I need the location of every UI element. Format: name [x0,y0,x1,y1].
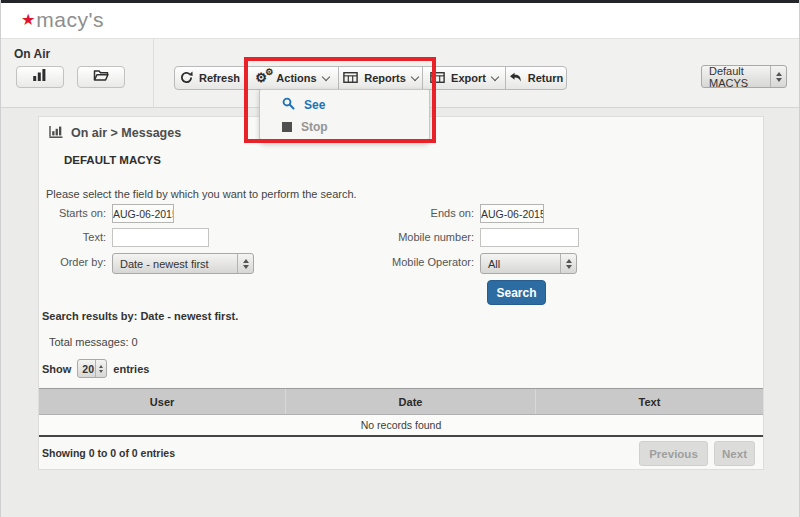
mobile-operator-select[interactable]: All [480,253,577,274]
star-icon: ★ [21,12,35,28]
folder-button[interactable] [77,66,125,88]
bar-chart-icon [49,125,64,141]
next-button[interactable]: Next [714,441,755,466]
actions-dropdown-menu: See Stop [259,89,430,143]
mobile-operator-label: Mobile Operator: [339,256,474,268]
menu-item-stop[interactable]: Stop [260,116,429,138]
mobile-operator-select-value: All [488,258,500,270]
select-stepper-icon [95,360,106,377]
menu-item-see[interactable]: See [260,94,429,116]
section-label: On Air [14,47,50,61]
select-stepper-icon [770,66,786,87]
mobile-number-input[interactable] [480,228,579,247]
ends-on-input[interactable] [480,204,544,223]
page-size-select[interactable]: 20 [77,359,107,378]
select-stepper-icon [237,254,253,273]
search-button[interactable]: Search [487,280,546,305]
column-header-date[interactable]: Date [285,389,535,414]
search-instruction: Please select the field by which you wan… [46,188,357,200]
export-label: Export [451,72,486,84]
gears-icon: ⚙⚙ [255,71,270,85]
report-table-icon [343,72,358,85]
chevron-down-icon [491,72,499,80]
pagination-info: Showing 0 to 0 of 0 entries [42,447,175,459]
breadcrumb: On air > Messages [49,125,181,141]
results-table: User Date Text No records found [39,388,763,437]
refresh-button[interactable]: Refresh [174,66,246,90]
refresh-label: Refresh [199,72,240,84]
brand-header: ★ macy's [1,3,799,38]
actions-label: Actions [276,72,316,84]
chevron-down-icon [321,72,329,80]
text-input[interactable] [112,228,209,247]
starts-on-label: Starts on: [39,207,106,219]
reports-button[interactable]: Reports [338,66,423,90]
export-table-icon [430,72,445,85]
app-window: ★ macy's On Air [0,0,800,517]
content-panel: On air > Messages DEFAULT MACYS Please s… [38,116,764,470]
workspace-select[interactable]: Default MACYS [701,65,787,88]
empty-table-row: No records found [39,415,763,437]
actions-button[interactable]: ⚙⚙ Actions [245,66,339,90]
menu-item-see-label: See [304,98,325,112]
ends-on-label: Ends on: [339,207,474,219]
breadcrumb-text: On air > Messages [71,126,181,140]
export-button[interactable]: Export [422,66,506,90]
page-size-value: 20 [82,363,94,375]
macys-logo: ★ macy's [21,8,104,32]
search-icon [282,97,295,113]
table-header-row: User Date Text [39,388,763,415]
text-label: Text: [39,231,106,243]
order-by-select-value: Date - newest first [120,258,209,270]
return-button[interactable]: Return [505,66,567,90]
bar-chart-icon [32,68,48,86]
search-results-summary: Search results by: Date - newest first. [42,310,238,322]
total-messages: Total messages: 0 [49,336,138,348]
logo-text: macy's [36,8,104,32]
select-stepper-icon [560,254,576,273]
page-title: DEFAULT MACYS [64,154,161,166]
previous-button[interactable]: Previous [639,441,708,466]
column-header-user[interactable]: User [39,389,285,414]
refresh-icon [180,71,193,86]
toolbar-button-group: Refresh ⚙⚙ Actions Reports [174,66,567,90]
show-label: Show [42,363,71,375]
order-by-select[interactable]: Date - newest first [112,253,254,274]
toolbar-divider [153,39,154,107]
chart-view-button[interactable] [16,66,64,88]
return-label: Return [528,72,563,84]
order-by-label: Order by: [39,256,106,268]
menu-item-stop-label: Stop [301,120,328,134]
mobile-number-label: Mobile number: [339,231,474,243]
column-header-text[interactable]: Text [535,389,763,414]
show-entries-row: Show 20 entries [42,359,149,378]
return-arrow-icon [509,72,522,85]
starts-on-input[interactable] [112,204,174,223]
folder-icon [93,68,109,86]
reports-label: Reports [364,72,406,84]
entries-label: entries [113,363,149,375]
stop-square-icon [282,122,292,132]
chevron-down-icon [411,72,419,80]
